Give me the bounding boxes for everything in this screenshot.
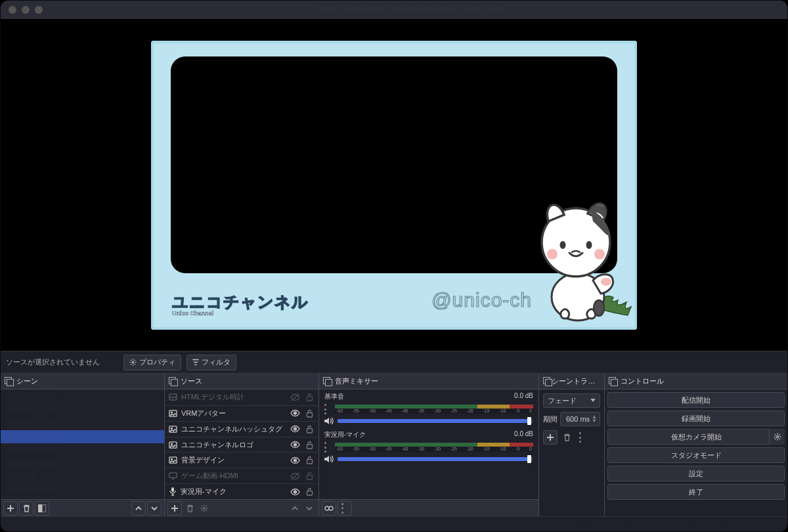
window-title: ・・・ ・・・・・ ・・・・・・・・ ・・・ ・・ xyxy=(316,5,506,14)
gear-icon[interactable] xyxy=(769,429,785,445)
source-label: ゲーム動画-HDMI xyxy=(181,471,286,481)
spin-arrows[interactable]: ▲▼ xyxy=(592,415,597,423)
delete-transition-button[interactable] xyxy=(560,430,573,445)
scene-item[interactable]: ・・・・ ・・ xyxy=(1,404,164,417)
svg-point-39 xyxy=(329,506,333,510)
add-scene-button[interactable] xyxy=(3,501,18,516)
lock-toggle[interactable] xyxy=(304,472,315,480)
panel-icon xyxy=(323,377,332,386)
scene-up-button[interactable] xyxy=(131,501,146,516)
display-icon xyxy=(169,472,177,480)
duration-input[interactable]: 600 ms ▲▼ xyxy=(560,412,600,426)
lock-toggle[interactable] xyxy=(304,487,315,496)
source-toolbar: ソースが選択されていません プロパティ フィルタ xyxy=(1,351,787,374)
svg-point-21 xyxy=(171,428,173,429)
scene-item[interactable]: ・・・・ ・・ xyxy=(1,417,164,430)
sources-list[interactable]: HTMLデジタル時計VRMアバターユニコチャンネルハッシュタグユニコチャンネルロ… xyxy=(165,389,318,499)
lock-toggle[interactable] xyxy=(304,409,315,418)
control-button[interactable]: 終了 xyxy=(607,484,785,500)
visibility-toggle[interactable] xyxy=(290,441,300,449)
duration-label: 期間 xyxy=(543,414,558,424)
svg-point-38 xyxy=(325,506,329,510)
lock-toggle[interactable] xyxy=(304,393,315,401)
control-button[interactable]: スタジオモード xyxy=(607,447,785,463)
svg-rect-32 xyxy=(169,473,177,477)
source-settings-button[interactable] xyxy=(198,501,211,516)
add-transition-button[interactable] xyxy=(543,430,558,445)
source-item[interactable]: 実況用-マイク xyxy=(165,483,318,499)
visibility-toggle[interactable] xyxy=(290,472,300,480)
no-selection-label: ソースが選択されていません xyxy=(6,357,100,367)
lock-toggle[interactable] xyxy=(304,456,315,464)
svg-rect-9 xyxy=(192,359,198,361)
source-up-button[interactable] xyxy=(288,501,301,516)
visibility-toggle[interactable] xyxy=(290,425,300,433)
scene-down-button[interactable] xyxy=(147,501,162,516)
speaker-icon[interactable] xyxy=(324,455,334,463)
channel-name: 実況用-マイク xyxy=(324,430,366,439)
lock-toggle[interactable] xyxy=(304,441,315,449)
filter-icon xyxy=(192,359,199,366)
channel-menu[interactable] xyxy=(324,404,331,414)
mixer-menu-button[interactable] xyxy=(338,501,352,516)
scene-item[interactable]: ・・・・ ・・ xyxy=(1,430,164,443)
svg-rect-11 xyxy=(194,365,196,366)
source-item[interactable]: ゲーム動画-HDMI xyxy=(165,468,318,483)
scene-item[interactable]: ・・・・ ・・ xyxy=(1,483,164,496)
svg-rect-13 xyxy=(42,504,46,512)
svg-rect-23 xyxy=(307,428,312,433)
source-label: VRMアバター xyxy=(181,409,286,418)
preview-area[interactable]: ユニコチャンネル Unico Channel @unico-ch xyxy=(1,19,787,351)
image-icon xyxy=(169,441,177,449)
visibility-toggle[interactable] xyxy=(290,456,300,464)
source-down-button[interactable] xyxy=(303,501,316,516)
channel-menu[interactable] xyxy=(324,442,331,453)
source-item[interactable]: ユニコチャンネルロゴ xyxy=(165,437,318,453)
svg-point-30 xyxy=(294,459,296,462)
properties-button[interactable]: プロパティ xyxy=(123,355,181,370)
vu-meter: -60-55-50-45-40-35-30-25-20-15-10-50 xyxy=(335,443,533,452)
mixer-list: 基準音0.0 dB -60-55-50-45-40-35-30-25-20-15… xyxy=(319,389,538,499)
scene-item[interactable]: ・・・・ ・・ xyxy=(1,391,164,404)
add-source-button[interactable] xyxy=(167,501,182,516)
svg-point-35 xyxy=(294,491,296,493)
visibility-toggle[interactable] xyxy=(290,488,300,496)
panels-row: シーン ・・・・ ・・・・・・ ・・・・・・ ・・・・・・ ・・・・・・ ・・・… xyxy=(1,374,787,517)
filters-button[interactable]: フィルタ xyxy=(186,355,236,370)
transition-menu-button[interactable] xyxy=(576,430,589,445)
traffic-lights[interactable] xyxy=(9,6,43,14)
svg-rect-34 xyxy=(171,487,174,492)
lock-toggle[interactable] xyxy=(304,425,315,433)
mixer-channel: 基準音0.0 dB -60-55-50-45-40-35-30-25-20-15… xyxy=(324,392,533,425)
control-button[interactable]: 配信開始 xyxy=(607,392,785,408)
speaker-icon[interactable] xyxy=(324,417,334,425)
preview-canvas[interactable]: ユニコチャンネル Unico Channel @unico-ch xyxy=(151,41,637,330)
control-button[interactable]: 録画開始 xyxy=(607,410,785,426)
source-label: HTMLデジタル時計 xyxy=(181,392,286,402)
transition-select[interactable]: フェード xyxy=(543,393,600,408)
channel-db: 0.0 dB xyxy=(514,392,533,401)
svg-point-25 xyxy=(171,443,173,445)
visibility-toggle[interactable] xyxy=(290,409,300,417)
control-button[interactable]: 仮想カメラ開始 xyxy=(607,429,785,445)
delete-scene-button[interactable] xyxy=(19,501,33,516)
source-item[interactable]: HTMLデジタル時計 xyxy=(165,389,318,405)
volume-slider[interactable] xyxy=(338,419,533,423)
scenes-list[interactable]: ・・・・ ・・・・・・ ・・・・・・ ・・・・・・ ・・・・・・ ・・・・・・ … xyxy=(1,389,164,499)
scene-item[interactable]: ・・・・ ・・ xyxy=(1,443,164,456)
source-item[interactable]: 背景デザイン xyxy=(165,452,318,468)
scene-item[interactable]: ・・・・ ・・ xyxy=(1,470,164,483)
control-button[interactable]: 設定 xyxy=(607,466,785,481)
svg-point-26 xyxy=(294,443,296,446)
scene-filter-button[interactable] xyxy=(35,501,49,516)
delete-source-button[interactable] xyxy=(183,501,196,516)
svg-rect-15 xyxy=(307,397,312,401)
mixer-advanced-button[interactable] xyxy=(322,501,336,516)
controls-panel: コントロール 配信開始録画開始仮想カメラ開始スタジオモード設定終了 xyxy=(605,374,787,516)
source-item[interactable]: ユニコチャンネルハッシュタグ xyxy=(165,421,318,437)
scene-item[interactable]: ・・・・ ・・ xyxy=(1,456,164,470)
source-item[interactable]: VRMアバター xyxy=(165,405,318,421)
volume-slider[interactable] xyxy=(338,457,533,461)
channel-db: 0.0 dB xyxy=(514,430,533,439)
visibility-toggle[interactable] xyxy=(290,393,300,401)
